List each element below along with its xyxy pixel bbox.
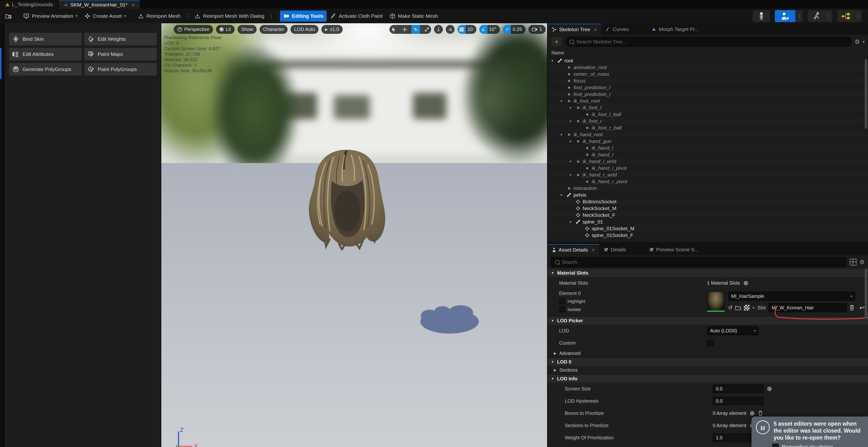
grid-snap-control[interactable]: 10 bbox=[458, 25, 476, 34]
chevron-down-icon[interactable]: ▾ bbox=[752, 305, 754, 310]
skeleton-tree-row[interactable]: ▾ ik_foot_r_ball bbox=[548, 124, 868, 131]
skeleton-tree-row[interactable]: ▾ NeckSocket_M bbox=[548, 205, 868, 212]
details-settings-gear-icon[interactable]: ⚙ bbox=[859, 259, 865, 265]
expander-arrow-icon[interactable]: ▾ bbox=[570, 220, 574, 224]
add-bone-button[interactable]: + bbox=[551, 37, 562, 47]
material-select-dropdown[interactable]: MI_HairSample ▾ bbox=[728, 292, 855, 301]
edit-weights-button[interactable]: Edit Weights bbox=[84, 33, 157, 45]
skeleton-tree-row[interactable]: ▾ ik_hand_r_wrld bbox=[548, 172, 868, 178]
expander-arrow-icon[interactable]: ▾ bbox=[561, 132, 564, 137]
expander-arrow-icon[interactable]: ▾ bbox=[570, 139, 574, 143]
skeleton-tree-row[interactable]: ▾ spine_01 bbox=[548, 218, 868, 225]
display-filter-icon[interactable] bbox=[850, 259, 857, 265]
tab-morph-targets[interactable]: Morph Target Pr... bbox=[647, 24, 703, 35]
rotate-tool[interactable]: ↻ bbox=[411, 25, 420, 34]
lod-hysteresis-input[interactable]: 0.0 bbox=[713, 397, 764, 405]
category-material-slots[interactable]: ▼ Material Slots bbox=[548, 269, 868, 277]
mode-options-dots[interactable]: ⋮ bbox=[825, 10, 832, 22]
skeleton-tree-row[interactable]: ▾ spine_01Socket_M bbox=[548, 225, 868, 232]
custom-checkbox[interactable] bbox=[707, 339, 714, 347]
paint-maps-button[interactable]: Paint Maps bbox=[84, 48, 157, 60]
tab-curves[interactable]: Curves bbox=[601, 24, 633, 35]
show-menu[interactable]: Show bbox=[238, 25, 257, 34]
sections-collapsed-row[interactable]: ▶ Sections bbox=[548, 366, 868, 374]
expander-arrow-icon[interactable]: ▾ bbox=[570, 119, 574, 123]
lod-dropdown[interactable]: Auto (LOD0) ▾ bbox=[707, 326, 759, 335]
bind-skin-button[interactable]: Bind Skin bbox=[9, 33, 82, 45]
mode-skeleton[interactable] bbox=[753, 10, 770, 22]
skeleton-tree-row[interactable]: ▾ pelvis bbox=[548, 191, 868, 198]
skeleton-tree-row[interactable]: ▾ root bbox=[548, 57, 868, 64]
expander-arrow-icon[interactable]: ▾ bbox=[551, 59, 555, 63]
browse-asset-button[interactable] bbox=[2, 10, 15, 22]
create-asset-button[interactable]: Create Asset ▾ bbox=[81, 10, 129, 22]
mode-options-dots[interactable]: ⋮ bbox=[854, 10, 862, 22]
skeleton-tree-row[interactable]: ▾ ik_foot_l bbox=[548, 104, 868, 111]
skeleton-tree-row[interactable]: ▾ interaction bbox=[548, 185, 868, 191]
screen-size-input[interactable]: 0.0 bbox=[713, 384, 764, 393]
playback-speed-menu[interactable]: ▶ x1.0 bbox=[321, 25, 342, 34]
mode-animation[interactable]: ⋮ bbox=[808, 10, 832, 22]
tree-scrollbar[interactable] bbox=[865, 59, 867, 129]
skeleton-tree-row[interactable]: ▾ ik_foot_root bbox=[548, 98, 868, 104]
tab-asset-details[interactable]: Asset Details × bbox=[548, 244, 599, 255]
camera-speed-control[interactable]: 1 bbox=[528, 25, 546, 34]
mode-skeletal-mesh[interactable]: ⋮ bbox=[775, 10, 803, 22]
reimport-options-dots[interactable]: ⋮ bbox=[184, 13, 191, 19]
advanced-collapsed-row[interactable]: ▶ Advanced bbox=[548, 349, 868, 358]
skeleton-tree-row[interactable]: ▾ spine_01Socket_F bbox=[548, 232, 868, 239]
skeleton-tree-row[interactable]: ▾ ik_hand_gun bbox=[548, 138, 868, 145]
reimport-dialog-options-dots[interactable]: ⋮ bbox=[268, 13, 275, 19]
surface-snap-toggle[interactable] bbox=[446, 25, 455, 34]
chevron-down-icon[interactable]: ▾ bbox=[863, 39, 865, 44]
move-tool[interactable] bbox=[400, 25, 409, 34]
remember-choice-checkbox[interactable] bbox=[772, 444, 779, 447]
skeleton-tree-search-input[interactable]: Search Skeleton Tree... bbox=[565, 37, 852, 47]
reimport-mesh-button[interactable]: Reimport Mesh bbox=[134, 10, 184, 22]
left-drawer-strip[interactable] bbox=[0, 23, 5, 447]
mode-blueprint[interactable]: ⋮ bbox=[837, 10, 862, 22]
category-lod0[interactable]: ▼ LOD 0 bbox=[548, 358, 868, 366]
category-lod-picker[interactable]: ▼ LOD Picker bbox=[548, 316, 868, 325]
material-utility-icon[interactable] bbox=[744, 305, 750, 310]
use-selected-asset-icon[interactable]: ↺ bbox=[728, 304, 732, 311]
skeleton-tree-row[interactable]: ▾ ik_hand_r bbox=[548, 151, 868, 158]
skeleton-tree-row[interactable]: ▾ animation_root bbox=[548, 64, 868, 71]
highlight-checkbox[interactable] bbox=[559, 298, 565, 304]
editing-tools-button[interactable]: Editing Tools bbox=[280, 10, 327, 22]
reimport-mesh-with-dialog-button[interactable]: Reimport Mesh With Dialog bbox=[191, 10, 268, 22]
tab-details[interactable]: Details bbox=[599, 244, 630, 255]
tab-skeletal-mesh[interactable]: ☠ SKM_W_KoreanHair_01* × bbox=[59, 0, 140, 9]
tab-preview-scene-settings[interactable]: Preview Scene S... bbox=[645, 244, 703, 255]
scale-tool[interactable] bbox=[423, 25, 431, 34]
select-tool[interactable] bbox=[390, 25, 398, 34]
tree-settings-gear-icon[interactable]: ⚙ bbox=[855, 38, 860, 45]
clear-array-trash-icon[interactable] bbox=[758, 411, 763, 416]
close-icon[interactable]: × bbox=[592, 247, 595, 253]
details-search-input[interactable]: Search bbox=[551, 257, 847, 267]
reopen-assets-notification[interactable]: u 5 asset editors were open when the edi… bbox=[751, 417, 868, 447]
world-local-toggle[interactable] bbox=[434, 25, 443, 34]
expander-arrow-icon[interactable]: ▾ bbox=[570, 106, 574, 110]
add-override-icon[interactable]: ⊕ bbox=[767, 386, 772, 392]
perspective-menu[interactable]: Perspective bbox=[174, 25, 213, 34]
tree-column-header[interactable]: Name bbox=[548, 48, 868, 57]
activate-cloth-paint-button[interactable]: Activate Cloth Paint bbox=[327, 10, 386, 22]
skeleton-tree-row[interactable]: ▾ ik_hand_l bbox=[548, 145, 868, 151]
category-lod-info[interactable]: ▼ LOD Info bbox=[548, 374, 868, 383]
close-tab-icon[interactable]: × bbox=[132, 2, 135, 8]
add-array-element-icon[interactable]: ⊕ bbox=[750, 410, 755, 416]
mode-options-dots[interactable]: ⋮ bbox=[796, 10, 803, 22]
expander-arrow-icon[interactable]: ▾ bbox=[561, 99, 564, 103]
reset-to-default-icon[interactable]: ↩ bbox=[859, 304, 865, 311]
close-icon[interactable]: × bbox=[594, 27, 597, 32]
tab-skeleton-tree[interactable]: Skeleton Tree × bbox=[548, 24, 601, 35]
edit-attributes-button[interactable]: Edit Attributes bbox=[9, 48, 82, 60]
expander-arrow-icon[interactable]: ▾ bbox=[570, 173, 574, 177]
character-menu[interactable]: Character bbox=[259, 25, 288, 34]
skeleton-tree-row[interactable]: ▾ ik_foot_l_ball bbox=[548, 111, 868, 118]
skeleton-tree-row[interactable]: ▾ ik_hand_r_pivot bbox=[548, 178, 868, 185]
generate-polygroups-button[interactable]: Generate PolyGroups bbox=[9, 63, 82, 76]
skeleton-tree-row[interactable]: ▾ BottomsSocket bbox=[548, 198, 868, 205]
skeleton-tree-row[interactable]: ▾ foot_prediction_l bbox=[548, 84, 868, 91]
